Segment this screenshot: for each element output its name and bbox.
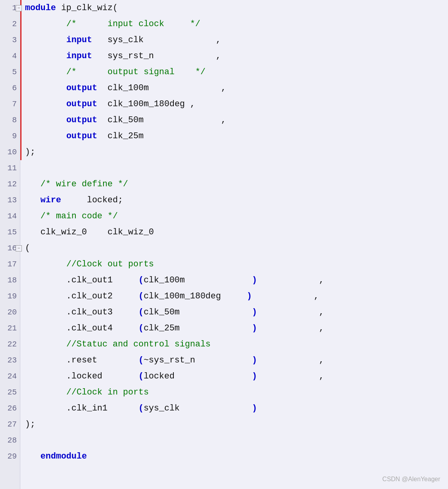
line-number: 15 xyxy=(0,224,20,240)
code-token xyxy=(25,387,66,397)
line-number: 12 xyxy=(0,176,20,192)
code-token: ) xyxy=(252,355,257,365)
code-token xyxy=(180,323,252,333)
code-token xyxy=(221,291,247,301)
code-token: clk_100m , xyxy=(97,83,226,93)
line-number: 21 xyxy=(0,320,20,336)
line-number: 5 xyxy=(0,64,20,80)
code-line: .clk_in1 (sys_clk ) xyxy=(25,400,448,416)
line-number: 9 xyxy=(0,128,20,144)
code-token xyxy=(25,67,66,77)
code-line: /* wire define */ xyxy=(25,176,448,192)
code-token: ( xyxy=(138,323,143,333)
code-token: ) xyxy=(252,275,257,285)
code-token: ) xyxy=(252,307,257,317)
code-token: ); xyxy=(25,419,35,429)
code-line: ); xyxy=(25,144,448,160)
line-number: 23 xyxy=(0,352,20,368)
code-token xyxy=(175,371,252,381)
line-number: 24 xyxy=(0,368,20,384)
code-token: sys_clk , xyxy=(92,35,221,45)
code-line: .clk_out4 (clk_25m ) , xyxy=(25,320,448,336)
code-token xyxy=(25,195,41,205)
code-line: −module ip_clk_wiz( xyxy=(25,0,448,16)
code-token: endmodule xyxy=(41,452,87,461)
code-token: clk_50m , xyxy=(97,115,226,125)
code-token: ip_clk_wiz( xyxy=(56,3,118,13)
code-content: CSDN @AlenYeager −module ip_clk_wiz( /* … xyxy=(20,0,448,489)
line-number: 11 xyxy=(0,160,20,176)
code-line: //Clock out ports xyxy=(25,256,448,272)
watermark: CSDN @AlenYeager xyxy=(382,476,440,483)
line-number: 14 xyxy=(0,208,20,224)
code-token: .locked xyxy=(25,371,138,381)
code-token: ) xyxy=(247,291,252,301)
line-number: 7 xyxy=(0,96,20,112)
line-number: 2 xyxy=(0,16,20,32)
code-token: output xyxy=(66,99,97,109)
code-token xyxy=(180,403,252,413)
code-token: output xyxy=(66,131,97,141)
line-number: 17 xyxy=(0,256,20,272)
code-token: , xyxy=(257,307,324,317)
code-token xyxy=(25,452,41,461)
code-token: , xyxy=(252,291,319,301)
code-token: output xyxy=(66,115,97,125)
code-token xyxy=(185,275,252,285)
code-token xyxy=(25,115,66,125)
code-line: /* input clock */ xyxy=(25,16,448,32)
code-token: ) xyxy=(252,403,257,413)
code-token xyxy=(25,211,41,221)
code-token: /* main code */ xyxy=(41,211,118,221)
line-number: 29 xyxy=(0,448,20,464)
code-line: input sys_clk , xyxy=(25,32,448,48)
code-token: ) xyxy=(252,323,257,333)
code-token: sys_rst_n , xyxy=(92,51,221,61)
code-token: //Clock in ports xyxy=(66,387,149,397)
code-token: .clk_in1 xyxy=(25,403,138,413)
code-token: clk_100m xyxy=(144,275,185,285)
code-token: ( xyxy=(138,307,143,317)
line-number: 25 xyxy=(0,384,20,400)
line-number: 18 xyxy=(0,272,20,288)
line-number: 20 xyxy=(0,304,20,320)
code-token: ( xyxy=(138,403,143,413)
code-token: .clk_out4 xyxy=(25,323,138,333)
code-token: , xyxy=(257,371,324,381)
code-token xyxy=(25,19,66,29)
code-line: output clk_100m , xyxy=(25,80,448,96)
line-number-gutter: 1234567891011121314151617181920212223242… xyxy=(0,0,20,489)
code-token: /* input clock */ xyxy=(66,19,200,29)
code-token: ( xyxy=(138,291,143,301)
code-line: output clk_100m_180deg , xyxy=(25,96,448,112)
code-line xyxy=(25,160,448,176)
code-token: .clk_out2 xyxy=(25,291,138,301)
code-token: input xyxy=(66,51,92,61)
code-token: , xyxy=(257,275,324,285)
code-token: .clk_out1 xyxy=(25,275,138,285)
code-line: output clk_25m xyxy=(25,128,448,144)
code-line: //Statuc and control signals xyxy=(25,336,448,352)
line-number: 6 xyxy=(0,80,20,96)
code-token: //Statuc and control signals xyxy=(66,339,211,349)
code-token: clk_25m xyxy=(144,323,180,333)
code-token xyxy=(25,99,66,109)
code-token: clk_25m xyxy=(97,131,144,141)
code-token: clk_50m xyxy=(144,307,180,317)
code-token: clk_wiz_0 clk_wiz_0 xyxy=(25,227,154,237)
fold-indicator[interactable]: − xyxy=(16,245,22,252)
code-token: sys_clk xyxy=(144,403,180,413)
line-number: 28 xyxy=(0,432,20,448)
code-token xyxy=(25,179,41,189)
code-token xyxy=(25,259,66,269)
code-line: /* output signal */ xyxy=(25,64,448,80)
code-line: −( xyxy=(25,240,448,256)
code-token: ( xyxy=(25,243,30,253)
line-number: 13 xyxy=(0,192,20,208)
code-token: //Clock out ports xyxy=(66,259,154,269)
line-number: 3 xyxy=(0,32,20,48)
code-line: output clk_50m , xyxy=(25,112,448,128)
fold-indicator[interactable]: − xyxy=(16,5,22,11)
code-line: .clk_out3 (clk_50m ) , xyxy=(25,304,448,320)
code-token xyxy=(25,51,66,61)
